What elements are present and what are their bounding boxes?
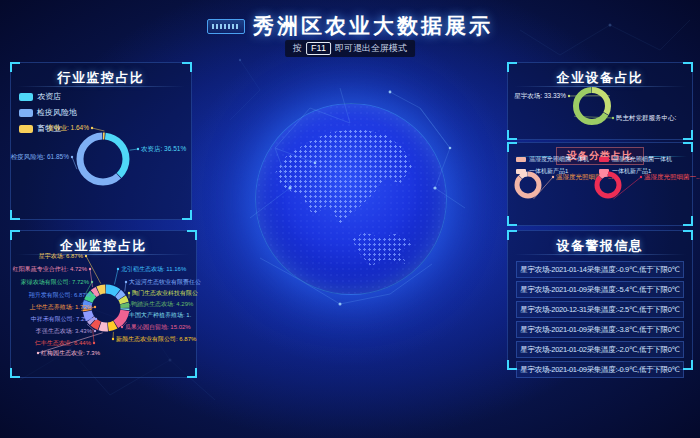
dashboard: 秀洲区农业大数据展示 按 F11 即可退出全屏模式: [0, 0, 700, 438]
panel-corner: [187, 230, 197, 240]
panel-corner: [683, 142, 693, 152]
pie-label: 畜牧业: 1.64%: [47, 125, 89, 132]
label-bullet: [91, 127, 93, 129]
title-divider: [514, 254, 686, 255]
label-bullet: [127, 303, 129, 305]
label-bullet: [612, 117, 614, 119]
pie-label: 检疫风险地: 61.85%: [11, 154, 69, 161]
panel-corner: [683, 216, 693, 226]
pie-label: 红阳果蔬专业合作社: 4.72%: [13, 266, 87, 272]
pie-label: 星宇农场: 6.87%: [39, 253, 83, 259]
label-leader-line: [72, 157, 77, 169]
pie-segment[interactable]: [597, 174, 619, 196]
label-bullet: [94, 330, 96, 332]
panel-corner: [182, 210, 192, 220]
alarm-row: 星宇农场-2021-01-14采集温度:-0.9℃,低于下限0℃: [516, 261, 684, 278]
label-bullet: [93, 342, 95, 344]
alarm-row: 星宇农场-2021-01-02采集温度:-2.0℃,低于下限0℃: [516, 341, 684, 358]
panel-corner: [507, 230, 517, 240]
legend-item[interactable]: 温湿度光照细菌一体机: [516, 155, 589, 164]
panel-corner: [10, 368, 20, 378]
hint-suffix: 即可退出全屏模式: [335, 42, 407, 55]
pie-label: 仁丰生态农业: 6.44%: [35, 340, 91, 346]
alarm-row: 星宇农场-2021-01-09采集温度:-3.8℃,低于下限0℃: [516, 321, 684, 338]
pie-label: 民主村党群服务中心:: [616, 115, 676, 122]
label-bullet: [128, 292, 130, 294]
panel-industry-monitor: 行业监控占比 农资店检疫风险地畜牧业 畜牧业: 1.64%农资店: 36.51%…: [10, 62, 192, 220]
globe-network-lines: [220, 68, 480, 328]
label-bullet: [121, 326, 123, 328]
brand-logo: [207, 19, 245, 34]
label-leader-line: [125, 282, 126, 291]
label-bullet: [640, 176, 642, 178]
legend-swatch: [516, 157, 526, 162]
legend-label: 温湿度光照细菌一体机: [529, 155, 589, 164]
pie-label: 陶门生态农业科技有限公: [132, 290, 198, 296]
fullscreen-hint: 按 F11 即可退出全屏模式: [285, 40, 415, 57]
pie-label: 瓜果沁园自留地: 15.02%: [125, 324, 191, 330]
label-bullet: [85, 255, 87, 257]
pie-segment[interactable]: [517, 174, 539, 196]
industry-pie-chart[interactable]: 畜牧业: 1.64%农资店: 36.51%检疫风险地: 61.85%: [11, 87, 191, 217]
label-bullet: [94, 306, 96, 308]
enterprise-device-pie-chart[interactable]: 星宇农场: 33.33%民主村党群服务中心:: [508, 85, 692, 139]
label-bullet: [112, 338, 114, 340]
panel-corner: [683, 130, 693, 140]
page-title: 秀洲区农业大数据展示: [253, 12, 493, 40]
label-bullet: [117, 268, 119, 270]
header: 秀洲区农业大数据展示 按 F11 即可退出全屏模式: [0, 0, 700, 58]
panel-corner: [10, 62, 20, 72]
panel-enterprise-monitor: 企业监控占比 北引稻生态农场: 11.16%大运河生态牧业有限责任公陶门生态农业…: [10, 230, 197, 378]
label-bullet: [552, 176, 554, 178]
pie-label: 星宇农场: 33.33%: [514, 93, 566, 100]
legend-label: 温湿度光照细菌一体机: [612, 155, 672, 164]
pie-label: 温湿度光照细菌一...: [644, 174, 700, 181]
panel-corner: [683, 62, 693, 72]
pie-label: 李强生态农场: 3.43%: [36, 328, 92, 334]
panel-corner: [10, 230, 20, 240]
panel-corner: [187, 368, 197, 378]
pie-label: 上华生态养殖场: 1.72%: [30, 304, 92, 310]
panel-device-alarm: 设备警报信息 星宇农场-2021-01-14采集温度:-0.9℃,低于下限0℃ …: [507, 230, 693, 370]
panel-corner: [683, 360, 693, 370]
panel-corner: [507, 216, 517, 226]
panel-corner: [507, 130, 517, 140]
panel-corner: [507, 62, 517, 72]
pie-label: 家绿农场有限公司: 7.72%: [21, 279, 89, 285]
alarm-row: 星宇农场-2021-01-09采集温度:-5.4℃,低于下限0℃: [516, 281, 684, 298]
label-bullet: [125, 281, 127, 283]
pie-label: 丰国大产种植养殖场: 1.: [129, 312, 191, 318]
label-bullet: [95, 318, 97, 320]
enterprise-monitor-pie-chart[interactable]: 北引稻生态农场: 11.16%大运河生态牧业有限责任公陶门生态农业科技有限公鸭踏…: [11, 253, 196, 377]
legend-swatch: [599, 157, 609, 162]
alarm-list: 星宇农场-2021-01-14采集温度:-0.9℃,低于下限0℃ 星宇农场-20…: [516, 261, 684, 381]
label-bullet: [89, 268, 91, 270]
panel-corner: [507, 360, 517, 370]
label-leader-line: [130, 149, 138, 150]
f11-key: F11: [306, 42, 331, 55]
panel-title: 行业监控占比: [11, 69, 191, 87]
title-row: 秀洲区农业大数据展示: [0, 12, 700, 40]
pie-label: 大运河生态牧业有限责任公: [129, 279, 201, 285]
hint-prefix: 按: [293, 42, 302, 55]
label-bullet: [568, 95, 570, 97]
legend-item[interactable]: 温湿度光照细菌一体机: [599, 155, 672, 164]
device-right-pie-chart[interactable]: 温湿度光照细菌一...: [593, 165, 692, 223]
pie-label: 鸭踏浜生态农场: 4.29%: [131, 301, 193, 307]
panel-enterprise-device: 企业设备占比 星宇农场: 33.33%民主村党群服务中心:: [507, 62, 693, 140]
panel-corner: [683, 230, 693, 240]
panel-corner: [10, 210, 20, 220]
panel-title: 设备警报信息: [508, 237, 692, 255]
pie-label: 红梅园生态农业: 7.3%: [41, 350, 100, 356]
pie-label: 中祥禾有限公司: 7.29%: [31, 316, 93, 322]
label-bullet: [37, 352, 39, 354]
device-left-pie-chart[interactable]: 温湿度光照细菌一...: [508, 165, 600, 223]
pie-label: 新颜生态农业有限公司: 6.87%: [116, 336, 196, 342]
label-leader-line: [114, 269, 118, 284]
pie-label: 农资店: 36.51%: [141, 146, 186, 153]
pie-label: 翔升发有限公司: 6.87%: [29, 292, 91, 298]
label-bullet: [71, 156, 73, 158]
alarm-row: 星宇农场-2021-01-09采集温度:-0.9℃,低于下限0℃: [516, 361, 684, 378]
alarm-row: 星宇农场-2020-12-31采集温度:-2.5℃,低于下限0℃: [516, 301, 684, 318]
panel-corner: [182, 62, 192, 72]
